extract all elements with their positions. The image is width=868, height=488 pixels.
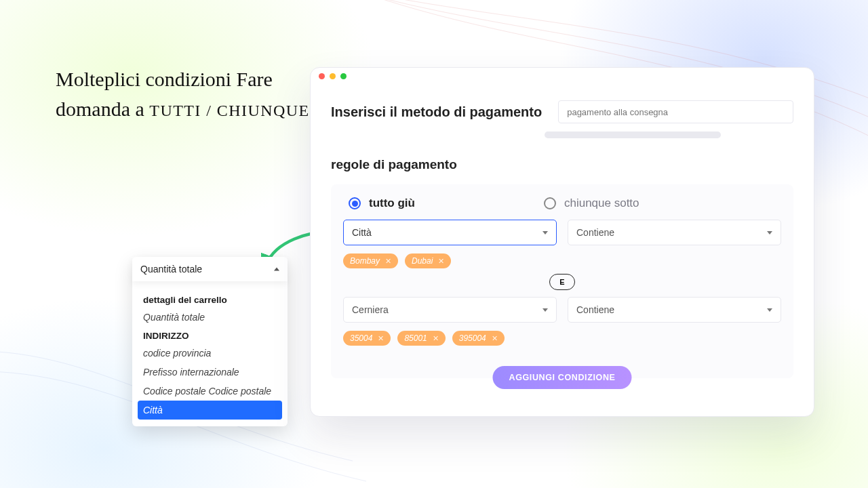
section-rules-title: regole di pagamento xyxy=(331,157,793,172)
combo-current-value[interactable]: Quantità totale xyxy=(132,257,288,281)
headline-line2-pre: domanda a xyxy=(56,98,149,120)
group-label: INDIRIZZO xyxy=(138,327,282,344)
page-title: Molteplici condizioni Fare domanda a TUT… xyxy=(56,64,313,123)
headline-line1: Molteplici condizioni Fare xyxy=(56,68,273,90)
zoom-icon[interactable] xyxy=(340,73,347,79)
dropdown-item[interactable]: Città xyxy=(138,401,282,420)
remove-chip-icon[interactable]: ✕ xyxy=(438,257,444,266)
rule2-field-select[interactable]: Cerniera xyxy=(343,297,557,323)
rule2-op-select[interactable]: Contiene xyxy=(568,297,781,323)
payment-method-input[interactable]: pagamento alla consegna xyxy=(558,100,793,123)
rules-card: Inserisci il metodo di pagamento pagamen… xyxy=(310,67,814,417)
section-payment-method-title: Inserisci il metodo di pagamento xyxy=(331,104,542,120)
filter-chip[interactable]: Dubai✕ xyxy=(405,253,451,268)
chevron-down-icon xyxy=(542,308,548,312)
window-titlebar xyxy=(311,68,814,81)
filter-chip[interactable]: 35004✕ xyxy=(343,331,391,346)
group-label: dettagli del carrello xyxy=(138,291,282,308)
dropdown-item[interactable]: Codice postale Codice postale xyxy=(138,382,282,401)
minimize-icon[interactable] xyxy=(330,73,336,79)
loading-placeholder xyxy=(545,131,721,138)
remove-chip-icon[interactable]: ✕ xyxy=(492,334,498,343)
remove-chip-icon[interactable]: ✕ xyxy=(378,334,384,343)
rule1-field-select[interactable]: Città xyxy=(343,220,557,245)
field-dropdown-popover: Quantità totale dettagli del carrelloQua… xyxy=(132,257,288,426)
rule1-chips: Bombay✕Dubai✕ xyxy=(343,253,781,268)
rule1-op-select[interactable]: Contiene xyxy=(568,220,781,245)
and-connector: E xyxy=(549,274,575,290)
radio-on-icon xyxy=(349,197,361,209)
dropdown-item[interactable]: Prefisso internazionale xyxy=(138,363,282,382)
radio-any-below[interactable]: chiunque sotto xyxy=(544,197,639,210)
headline-smallcaps: TUTTI / CHIUNQUE xyxy=(149,102,309,119)
filter-chip[interactable]: 85001✕ xyxy=(397,331,445,346)
rule2-chips: 35004✕85001✕395004✕ xyxy=(343,331,781,346)
chevron-down-icon xyxy=(542,231,548,235)
add-condition-button[interactable]: AGGIUNGI CONDIZIONE xyxy=(492,366,631,389)
radio-all-below[interactable]: tutto giù xyxy=(349,197,415,210)
dropdown-item[interactable]: Quantità totale xyxy=(138,308,282,327)
remove-chip-icon[interactable]: ✕ xyxy=(385,257,391,266)
dropdown-item[interactable]: codice provincia xyxy=(138,344,282,363)
rules-panel: tutto giù chiunque sotto Città Contiene … xyxy=(331,184,793,378)
radio-off-icon xyxy=(544,197,556,209)
chevron-down-icon xyxy=(767,308,772,312)
remove-chip-icon[interactable]: ✕ xyxy=(433,334,439,343)
filter-chip[interactable]: 395004✕ xyxy=(452,331,505,346)
filter-chip[interactable]: Bombay✕ xyxy=(343,253,398,268)
close-icon[interactable] xyxy=(319,73,325,79)
chevron-down-icon xyxy=(767,231,772,235)
